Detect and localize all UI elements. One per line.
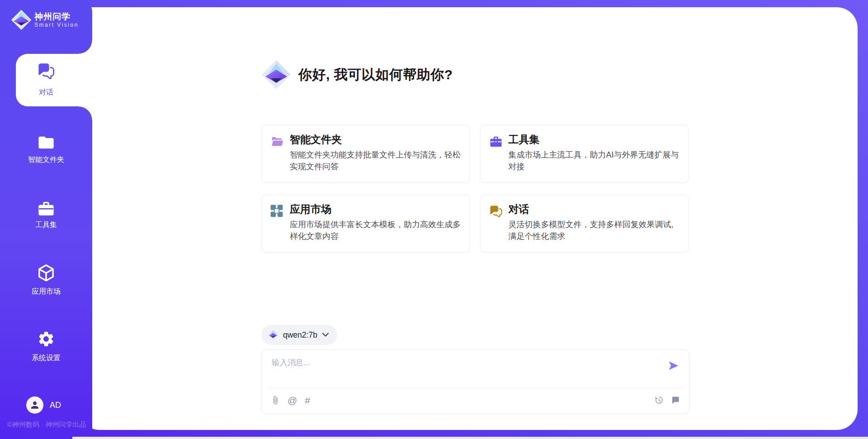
toolbox-icon bbox=[37, 200, 55, 218]
sidebar-item-chat[interactable] bbox=[0, 62, 92, 82]
card-app-market[interactable]: 应用市场 应用市场提供丰富长文本模板，助力高效生成多样化文章内容 bbox=[261, 195, 470, 253]
toolbox-icon bbox=[489, 135, 503, 148]
folder-icon bbox=[37, 134, 55, 152]
model-diamond-logo-icon bbox=[268, 329, 278, 340]
card-smart-folders[interactable]: 智能文件夹 智能文件夹功能支持批量文件上传与清洗，轻松实现文件问答 bbox=[261, 125, 470, 183]
greeting-block: 你好, 我可以如何帮助你? bbox=[261, 60, 453, 90]
model-name: qwen2:7b bbox=[283, 330, 317, 340]
tab-curve-top bbox=[79, 40, 92, 54]
sidebar-item-toolset-label: 工具集 bbox=[0, 220, 92, 230]
card-title: 智能文件夹 bbox=[290, 133, 342, 147]
brand-tagline: Smart Vision bbox=[34, 22, 79, 28]
sidebar-item-settings-label: 系统设置 bbox=[0, 353, 92, 363]
card-chat[interactable]: 对话 灵活切换多模型文件，支持多样回复效果调试,满足个性化需求 bbox=[480, 195, 689, 253]
sidebar-item-chat-label: 对话 bbox=[0, 88, 92, 97]
mention-icon[interactable]: @ bbox=[288, 396, 297, 405]
sidebar-item-toolset[interactable] bbox=[0, 200, 92, 220]
model-selector[interactable]: qwen2:7b bbox=[261, 325, 337, 345]
card-description: 集成市场上主流工具，助力AI与外界无缝扩展与对接 bbox=[509, 149, 681, 172]
history-icon[interactable] bbox=[654, 396, 663, 405]
message-composer: @ # bbox=[261, 349, 689, 414]
horizontal-scrollbar[interactable] bbox=[72, 437, 868, 439]
apps-grid-icon bbox=[270, 205, 283, 217]
card-title: 工具集 bbox=[509, 133, 540, 147]
chat-bubbles-icon bbox=[489, 205, 503, 218]
composer-left-tools: @ # bbox=[271, 393, 310, 407]
feature-cards: 智能文件夹 智能文件夹功能支持批量文件上传与清洗，轻松实现文件问答 工具集 集成… bbox=[261, 125, 689, 253]
person-icon bbox=[29, 400, 40, 410]
composer-divider bbox=[268, 388, 683, 388]
gear-icon bbox=[37, 330, 55, 348]
tab-curve-bottom bbox=[79, 106, 92, 120]
message-input[interactable] bbox=[271, 356, 657, 386]
card-title: 应用市场 bbox=[290, 202, 331, 216]
attachment-icon[interactable] bbox=[271, 396, 280, 405]
send-icon bbox=[668, 360, 679, 372]
card-description: 应用市场提供丰富长文本模板，助力高效生成多样化文章内容 bbox=[290, 219, 462, 242]
hashtag-icon[interactable]: # bbox=[305, 396, 310, 405]
cube-icon bbox=[37, 263, 56, 282]
card-toolset[interactable]: 工具集 集成市场上主流工具，助力AI与外界无缝扩展与对接 bbox=[480, 125, 689, 183]
greeting-diamond-logo-icon bbox=[261, 60, 291, 90]
chat-bubbles-icon bbox=[37, 62, 55, 80]
sidebar-item-app-market[interactable] bbox=[0, 263, 92, 284]
chevron-down-icon bbox=[322, 332, 329, 338]
brand-diamond-logo-icon bbox=[11, 10, 32, 30]
folder-open-icon bbox=[270, 135, 284, 148]
chat-bubble-icon[interactable] bbox=[671, 396, 680, 405]
composer-right-tools bbox=[654, 393, 680, 407]
card-description: 智能文件夹功能支持批量文件上传与清洗，轻松实现文件问答 bbox=[290, 149, 462, 172]
sidebar-item-app-market-label: 应用市场 bbox=[0, 287, 92, 296]
sidebar-item-settings[interactable] bbox=[0, 330, 92, 350]
sidebar-item-smart-folders[interactable] bbox=[0, 134, 92, 153]
greeting-text: 你好, 我可以如何帮助你? bbox=[298, 66, 453, 84]
sidebar-item-smart-folders-label: 智能文件夹 bbox=[0, 155, 92, 165]
send-button[interactable] bbox=[667, 360, 680, 372]
card-title: 对话 bbox=[509, 202, 529, 216]
app-window: 神州问学 Smart Vision 对话 智能文件夹 工具集 应用市场 系统设置… bbox=[0, 0, 868, 439]
card-description: 灵活切换多模型文件，支持多样回复效果调试,满足个性化需求 bbox=[509, 219, 681, 242]
sidebar-footer: ©神州数码 · 神州问学出品 bbox=[7, 420, 86, 429]
user-initials: AD bbox=[50, 401, 61, 410]
brand-name: 神州问学 bbox=[34, 11, 71, 23]
avatar[interactable] bbox=[26, 396, 43, 414]
